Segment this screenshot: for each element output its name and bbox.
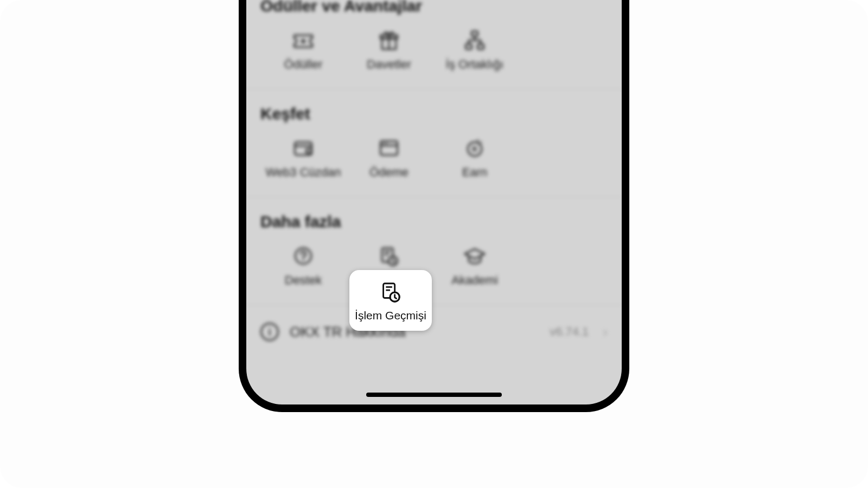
app-version: v6.74.1 xyxy=(550,325,589,339)
svg-text:B: B xyxy=(472,145,477,153)
grid-item-partnership[interactable]: İş Ortaklığı xyxy=(432,25,518,77)
grid-item-invites[interactable]: Davetler xyxy=(346,25,432,77)
section-title-discover: Keşfet xyxy=(260,105,608,123)
svg-rect-2 xyxy=(472,31,478,36)
grid-item-label: Destek xyxy=(285,273,322,287)
home-indicator[interactable] xyxy=(366,393,502,397)
info-icon: i xyxy=(260,323,279,341)
screen-content-blurred: Ödüller ve Avantajlar Ödüller xyxy=(246,0,622,404)
grid-item-academy[interactable]: Akademi xyxy=(432,241,518,293)
ticket-star-icon xyxy=(291,28,315,52)
grid-item-label: Earn xyxy=(462,165,487,179)
coin-speed-icon: B xyxy=(463,136,487,160)
chevron-right-icon: › xyxy=(603,324,608,341)
svg-point-9 xyxy=(386,143,387,144)
svg-rect-6 xyxy=(307,149,312,153)
phone-device-frame: Ödüller ve Avantajlar Ödüller xyxy=(239,0,629,412)
svg-point-8 xyxy=(382,143,384,144)
grid-item-label: Davetler xyxy=(367,57,411,72)
divider xyxy=(246,197,622,197)
grid-item-label: Ödeme xyxy=(369,165,409,179)
highlight-label: İşlem Geçmişi xyxy=(355,309,426,322)
svg-rect-4 xyxy=(478,44,484,49)
grid-item-earn[interactable]: B Earn xyxy=(432,133,518,185)
wallet-icon xyxy=(291,136,315,160)
org-chart-icon xyxy=(463,28,487,52)
svg-rect-3 xyxy=(466,44,472,49)
grad-cap-icon xyxy=(463,244,487,268)
about-row[interactable]: i OKX TR Hakkında v6.74.1 › xyxy=(260,317,608,346)
phone-screen: Ödüller ve Avantajlar Ödüller xyxy=(246,0,622,404)
grid-item-rewards[interactable]: Ödüller xyxy=(260,25,346,77)
discover-grid: Web3 Cüzdan Ödeme xyxy=(260,133,608,185)
grid-item-label: İş Ortaklığı xyxy=(446,57,503,72)
section-title-rewards: Ödüller ve Avantajlar xyxy=(260,0,608,15)
grid-item-payment[interactable]: Ödeme xyxy=(346,133,432,185)
divider xyxy=(246,305,622,305)
highlight-transaction-history[interactable]: İşlem Geçmişi xyxy=(349,270,432,331)
grid-item-web3-wallet[interactable]: Web3 Cüzdan xyxy=(260,133,346,185)
divider xyxy=(246,89,622,89)
section-title-more: Daha fazla xyxy=(260,213,608,231)
stage: Ödüller ve Avantajlar Ödüller xyxy=(0,0,868,488)
grid-item-support[interactable]: Destek xyxy=(260,241,346,293)
gift-icon xyxy=(377,28,401,52)
grid-item-label: Web3 Cüzdan xyxy=(265,165,341,179)
grid-item-label: Ödüller xyxy=(284,57,323,72)
more-grid: Destek İşlem Geçmişi xyxy=(260,241,608,293)
svg-point-13 xyxy=(302,259,304,261)
doc-clock-icon xyxy=(378,280,403,305)
grid-item-label: Akademi xyxy=(451,273,498,287)
help-circle-icon xyxy=(291,244,315,268)
rewards-grid: Ödüller Davetler xyxy=(260,25,608,77)
browser-window-icon xyxy=(377,136,401,160)
doc-clock-icon xyxy=(377,244,401,268)
